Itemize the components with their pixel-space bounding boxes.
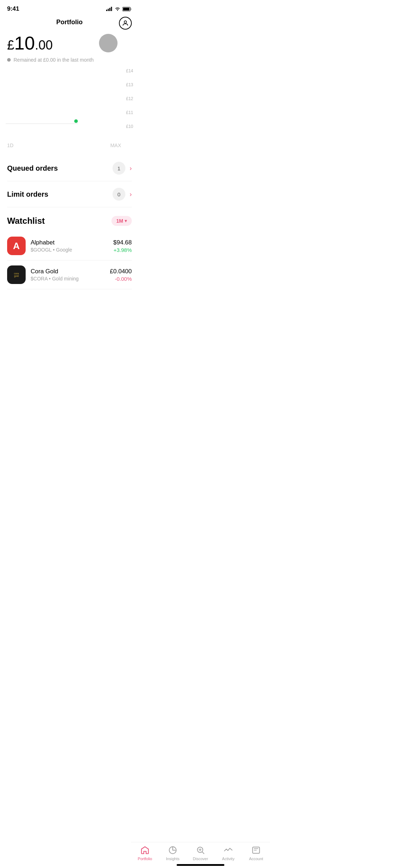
stock-item-cora[interactable]: coragold Cora Gold $CORA • Gold mining £… [7,260,132,289]
cora-logo: coragold [7,265,26,284]
portfolio-whole: 10 [14,33,35,53]
alphabet-logo: A [7,237,26,255]
portfolio-decimal: .00 [35,38,53,52]
cora-prices: £0.0400 -0.00% [110,268,132,282]
cora-change: -0.00% [110,276,132,282]
svg-point-8 [124,21,127,23]
svg-rect-1 [108,9,109,11]
page-title: Portfolio [56,19,83,26]
cora-price: £0.0400 [110,268,132,275]
limit-orders-right: 0 › [113,188,132,201]
orders-section: Queued orders 1 › Limit orders 0 › [0,155,139,207]
alphabet-info: Alphabet $GOOGL • Google [31,239,108,253]
queued-orders-right: 1 › [113,162,132,175]
cora-ticker: $CORA • Gold mining [31,276,105,281]
signal-icon [106,7,113,11]
cora-name: Cora Gold [31,268,105,275]
cora-info: Cora Gold $CORA • Gold mining [31,268,105,281]
battery-icon [123,7,132,11]
portfolio-chart: £14 £13 £12 £11 £10 [0,68,139,140]
chart-y-label-11: £11 [126,110,133,115]
svg-rect-3 [111,7,112,11]
alphabet-change: +3.98% [113,247,132,253]
watchlist-title: Watchlist [7,216,45,226]
status-icons [106,7,132,11]
queued-orders-row[interactable]: Queued orders 1 › [7,155,132,181]
profile-avatar[interactable] [119,17,132,30]
chart-y-labels: £14 £13 £12 £11 £10 [126,68,133,129]
change-text: Remained at £0.00 in the last month [14,57,94,63]
alphabet-ticker: $GOOGL • Google [31,247,108,253]
page-header: Portfolio [0,16,139,30]
chart-y-label-12: £12 [126,96,133,101]
limit-orders-row[interactable]: Limit orders 0 › [7,181,132,207]
status-time: 9:41 [7,5,19,12]
chart-time-1d[interactable]: 1D [7,143,14,148]
chart-y-label-14: £14 [126,68,133,73]
currency-symbol: £ [7,38,14,52]
chart-y-label-10: £10 [126,124,133,129]
alphabet-prices: $94.68 +3.98% [113,239,132,253]
svg-rect-6 [131,8,132,10]
svg-rect-2 [109,8,110,11]
status-bar: 9:41 [0,0,139,16]
limit-orders-label: Limit orders [7,190,48,198]
alphabet-price: $94.68 [113,239,132,246]
portfolio-change: Remained at £0.00 in the last month [0,57,139,63]
queued-orders-label: Queued orders [7,164,58,172]
chart-time-labels: 1D MAX [0,141,139,148]
watchlist-filter-button[interactable]: 1M ▾ [111,216,132,226]
svg-point-10 [74,119,78,123]
queued-orders-chevron: › [130,165,132,172]
stock-item-alphabet[interactable]: A Alphabet $GOOGL • Google $94.68 +3.98% [7,232,132,260]
chart-y-label-13: £13 [126,82,133,87]
svg-point-4 [117,10,118,11]
wifi-icon [115,7,120,11]
limit-orders-chevron: › [130,191,132,198]
portfolio-dot [99,34,118,52]
limit-orders-badge: 0 [113,188,125,201]
queued-orders-badge: 1 [113,162,125,175]
watchlist-header: Watchlist 1M ▾ [7,216,132,226]
change-dot [7,58,11,62]
watchlist-filter-chevron: ▾ [125,218,127,223]
portfolio-value-section: £10.00 [0,30,139,55]
watchlist-section: Watchlist 1M ▾ A Alphabet $GOOGL • Googl… [0,207,139,289]
svg-rect-0 [106,10,107,11]
chart-svg [6,68,121,127]
watchlist-filter-label: 1M [116,218,123,224]
svg-rect-7 [123,7,130,10]
alphabet-name: Alphabet [31,239,108,246]
chart-time-max[interactable]: MAX [110,143,121,148]
